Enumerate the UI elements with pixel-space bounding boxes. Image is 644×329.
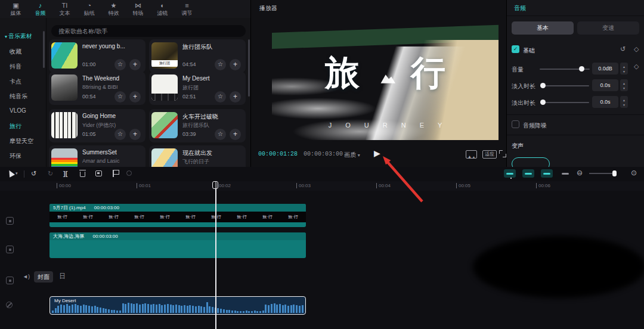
time-ruler[interactable]: 00:00 00:01 00:02 00:03 00:04 00:05 00:0…: [0, 181, 644, 191]
add-to-track-button[interactable]: +: [230, 129, 241, 140]
volume-value[interactable]: 0.0dB: [592, 63, 618, 75]
speaker-icon[interactable]: ◄): [23, 274, 30, 280]
music-card[interactable]: never young b... 01:00 ☆ +: [49, 39, 145, 73]
tab-media[interactable]: ▣媒体: [5, 2, 27, 16]
reset-icon[interactable]: ↺: [620, 45, 626, 53]
select-tool-icon[interactable]: [7, 169, 15, 177]
sidebar-item-modernsky[interactable]: 摩登天空: [10, 137, 33, 145]
freeze-frame-icon[interactable]: [95, 170, 102, 176]
undo-icon[interactable]: ↺: [31, 169, 36, 178]
add-to-track-button[interactable]: +: [230, 91, 241, 103]
fade-out-value[interactable]: 0.0s: [592, 96, 618, 108]
split-icon[interactable]: ][: [63, 169, 67, 178]
delete-icon[interactable]: [80, 172, 85, 177]
tab-adjust[interactable]: ≡调节: [176, 2, 198, 16]
tab-text[interactable]: TI文本: [54, 2, 76, 16]
zoom-fit-icon[interactable]: ⊙: [631, 169, 637, 177]
voice-effect-option[interactable]: [512, 157, 550, 167]
favorite-button[interactable]: ☆: [114, 59, 126, 70]
fade-out-slider-handle[interactable]: [540, 100, 546, 105]
keyframe-icon[interactable]: ◇: [634, 45, 639, 53]
music-card[interactable]: 火车开过破晓 旅行团乐队 03:39 ☆ +: [149, 109, 246, 142]
fade-out-slider[interactable]: [541, 102, 589, 103]
playhead-handle[interactable]: [212, 181, 218, 189]
music-card[interactable]: SummersSet Amar and Lasic: [49, 145, 145, 167]
main-track-icon[interactable]: 日: [59, 272, 66, 281]
favorite-button[interactable]: ☆: [215, 91, 226, 103]
tab-transition[interactable]: ⋈转场: [127, 2, 149, 16]
basic-checkbox[interactable]: ✓: [512, 45, 519, 53]
cover-button[interactable]: 封面: [34, 271, 53, 283]
redo-icon[interactable]: ↻: [48, 169, 53, 178]
mute-track-icon[interactable]: [6, 302, 13, 308]
transition-icon: ⋈: [135, 2, 141, 10]
music-card[interactable]: The Weekend 88rising & BIBI 00:54 ☆ +: [49, 72, 145, 105]
audio-clip-my-desert[interactable]: My Desert: [49, 296, 306, 315]
favorite-button[interactable]: ☆: [114, 129, 126, 140]
music-card[interactable]: My Desert 旅行团 02:51 ☆ +: [149, 72, 246, 105]
fullscreen-icon[interactable]: [499, 150, 506, 157]
add-to-track-button[interactable]: +: [129, 59, 141, 70]
search-input[interactable]: [51, 25, 246, 37]
add-to-track-button[interactable]: +: [129, 91, 141, 103]
tab-speed[interactable]: 变速: [577, 21, 639, 35]
preview-axis-toggle[interactable]: [541, 169, 553, 178]
playhead-line[interactable]: [215, 181, 216, 329]
tab-audio[interactable]: ♪音频: [29, 2, 51, 16]
tab-basic[interactable]: 基本: [512, 21, 574, 35]
fade-in-slider-handle[interactable]: [540, 83, 546, 88]
sidebar-group-music-assets[interactable]: ▾音乐素材: [5, 32, 32, 41]
track-toggle-icon[interactable]: [6, 277, 14, 284]
favorite-button[interactable]: ☆: [215, 59, 226, 70]
sidebar-item-instrumental[interactable]: 纯音乐: [10, 92, 27, 101]
volume-stepper[interactable]: ▲▼: [620, 63, 628, 75]
timeline-zoom-slider[interactable]: [589, 173, 615, 174]
media-icon: ▣: [13, 2, 18, 10]
volume-slider-handle[interactable]: [579, 66, 584, 72]
fade-in-slider[interactable]: [541, 85, 589, 86]
fade-out-stepper[interactable]: ▲▼: [620, 96, 628, 108]
keyframe-icon[interactable]: ◇: [634, 63, 639, 70]
tab-filter[interactable]: ◐滤镜: [151, 2, 174, 16]
snapshot-icon[interactable]: [466, 150, 477, 159]
music-scrollbar[interactable]: [248, 39, 250, 97]
add-to-track-button[interactable]: +: [129, 129, 141, 140]
favorite-button[interactable]: ☆: [114, 91, 126, 103]
tab-sticker[interactable]: ◔贴纸: [78, 2, 100, 16]
sidebar-item-eco[interactable]: 环保: [10, 152, 21, 160]
quality-dropdown[interactable]: 画质 ▾: [344, 151, 360, 159]
music-card[interactable]: Going Home Yider (伊德尔) 01:05 ☆ +: [49, 109, 145, 142]
select-tool-dropdown-icon[interactable]: ▾: [16, 171, 18, 176]
sidebar-item-travel[interactable]: 旅行: [10, 122, 21, 131]
video-clip-title[interactable]: 5月7日 (1).mp400:00:03:00 旅·行旅·行旅·行旅·行旅·行旅…: [49, 204, 306, 227]
sidebar-scrollbar[interactable]: [43, 31, 45, 68]
sidebar-item-vlog[interactable]: VLOG: [10, 107, 26, 114]
zoom-out-icon[interactable]: ⊖: [577, 169, 583, 177]
add-to-track-button[interactable]: +: [230, 59, 241, 70]
effects-icon: ★: [111, 2, 117, 10]
favorite-button[interactable]: ☆: [215, 129, 226, 140]
video-preview[interactable]: 旅行 J O U R N E Y: [272, 15, 499, 140]
fade-in-value[interactable]: 0.0s: [592, 79, 618, 91]
track-toggle-icon[interactable]: [6, 217, 14, 225]
magnet-snap-toggle[interactable]: [504, 169, 516, 178]
play-button[interactable]: ▶: [374, 148, 380, 158]
music-card[interactable]: 现在就出发 飞行的日子: [149, 145, 246, 167]
tab-effects[interactable]: ★特效: [103, 2, 125, 16]
music-card[interactable]: 旅行团 旅行团乐队 04:54 ☆ +: [149, 39, 246, 73]
video-clip-sea[interactable]: 大海,海边,海豚00:00:03:00: [49, 232, 306, 258]
link-toggle[interactable]: [522, 169, 534, 178]
sidebar-item-beat[interactable]: 卡点: [10, 77, 21, 86]
fit-button[interactable]: 适应: [482, 150, 497, 159]
panel-switch-toggle[interactable]: [559, 169, 571, 178]
record-icon[interactable]: [126, 170, 132, 176]
video-title-overlay: 旅行: [272, 50, 499, 97]
track-toggle-icon[interactable]: [6, 246, 14, 253]
timeline-zoom-handle[interactable]: [612, 170, 617, 176]
volume-slider[interactable]: [540, 69, 590, 70]
fade-in-stepper[interactable]: ▲▼: [620, 79, 628, 91]
denoise-checkbox[interactable]: [512, 120, 519, 128]
sidebar-item-favorites[interactable]: 收藏: [10, 48, 21, 56]
flag-icon[interactable]: [113, 170, 114, 177]
sidebar-item-douyin[interactable]: 抖音: [10, 63, 21, 71]
